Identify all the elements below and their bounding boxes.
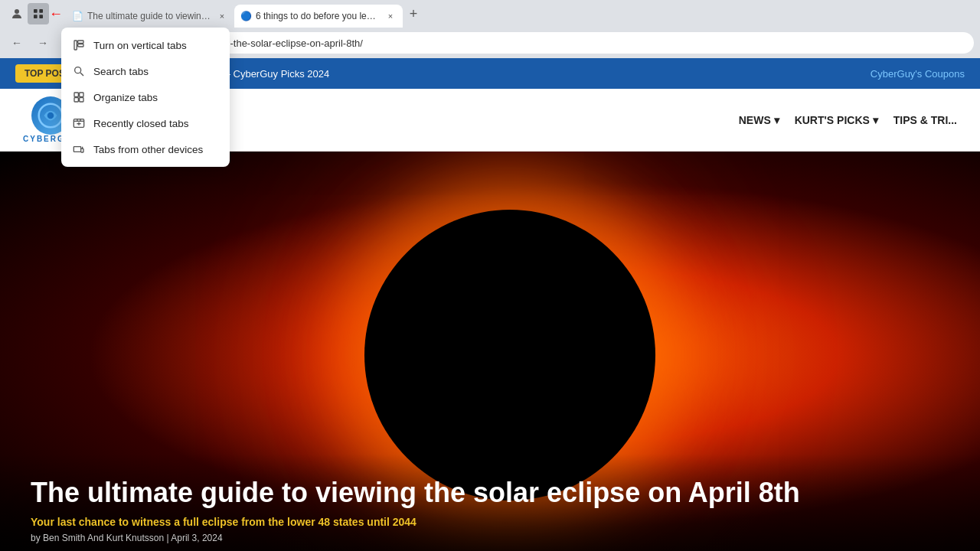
hero-background: The ultimate guide to viewing the solar … (0, 152, 980, 551)
tab-2[interactable]: 🔵 6 things to do before you leave... × (234, 5, 403, 28)
tabs-dropdown-menu: Turn on vertical tabs Search tabs Organi… (61, 28, 230, 167)
svg-rect-3 (34, 15, 38, 18)
menu-item-other-devices[interactable]: Tabs from other devices (61, 136, 230, 162)
svg-rect-6 (78, 41, 83, 43)
tab-2-title: 6 things to do before you leave... (256, 11, 380, 21)
svg-rect-12 (74, 98, 78, 102)
profile-button[interactable] (6, 3, 28, 24)
tab-2-close[interactable]: × (384, 10, 397, 22)
tab-1-title: The ultimate guide to viewing th... (87, 11, 211, 21)
hero-title: The ultimate guide to viewing the solar … (31, 477, 949, 508)
forward-button[interactable]: → (32, 32, 54, 54)
tab-1-favicon: 📄 (72, 11, 83, 21)
svg-point-8 (75, 67, 81, 73)
menu-item-recently-closed[interactable]: Recently closed tabs (61, 110, 230, 136)
svg-rect-11 (80, 93, 83, 96)
back-button[interactable]: ← (6, 32, 28, 54)
menu-label-search-tabs: Search tabs (93, 66, 149, 77)
svg-rect-5 (74, 41, 77, 50)
menu-item-organize-tabs[interactable]: Organize tabs (61, 84, 230, 110)
hero-overlay: The ultimate guide to viewing the solar … (0, 454, 980, 551)
new-tab-button[interactable]: + (403, 3, 424, 24)
svg-rect-4 (39, 15, 43, 18)
tab-2-favicon: 🔵 (240, 11, 251, 21)
nav-tips[interactable]: TIPS & TRI... (893, 114, 957, 126)
menu-label-other-devices: Tabs from other devices (93, 144, 203, 155)
search-icon (72, 64, 86, 78)
svg-rect-20 (74, 147, 80, 152)
menu-item-search-tabs[interactable]: Search tabs (61, 58, 230, 84)
hero-subtitle: Your last chance to witness a full eclip… (31, 516, 949, 528)
menu-label-vertical-tabs: Turn on vertical tabs (93, 40, 187, 51)
svg-line-9 (80, 73, 83, 76)
svg-rect-10 (74, 93, 78, 96)
svg-point-0 (15, 9, 19, 14)
tab-bar: ← 📄 The ultimate guide to viewing th... … (0, 0, 980, 28)
hero-section: The ultimate guide to viewing the solar … (0, 152, 980, 551)
svg-rect-1 (34, 9, 38, 13)
site-nav-links: NEWS ▾ KURT'S PICKS ▾ TIPS & TRI... (739, 114, 957, 126)
recently-closed-icon (72, 116, 86, 130)
nav-news[interactable]: NEWS ▾ (739, 114, 779, 126)
svg-rect-2 (39, 9, 43, 13)
banner-article-title: Best VPNs for Mac – CyberGuy Picks 2024 (138, 68, 863, 80)
menu-label-recently-closed: Recently closed tabs (93, 118, 189, 129)
tab-panel-button[interactable] (28, 3, 49, 24)
hero-meta: by Ben Smith And Kurt Knutsson | April 3… (31, 533, 949, 543)
tab-1-close[interactable]: × (216, 10, 228, 22)
svg-rect-7 (78, 44, 83, 47)
svg-rect-13 (80, 98, 83, 102)
tab-1[interactable]: 📄 The ultimate guide to viewing th... × (66, 5, 234, 28)
other-devices-icon (72, 142, 86, 156)
svg-point-23 (47, 112, 54, 119)
arrow-indicator: ← (49, 6, 63, 22)
nav-kurts-picks[interactable]: KURT'S PICKS ▾ (795, 114, 878, 126)
menu-item-vertical-tabs[interactable]: Turn on vertical tabs (61, 32, 230, 58)
banner-coupons-link[interactable]: CyberGuy's Coupons (871, 68, 965, 80)
menu-label-organize-tabs: Organize tabs (93, 92, 158, 103)
vertical-tabs-icon (72, 38, 86, 52)
organize-icon (72, 90, 86, 104)
